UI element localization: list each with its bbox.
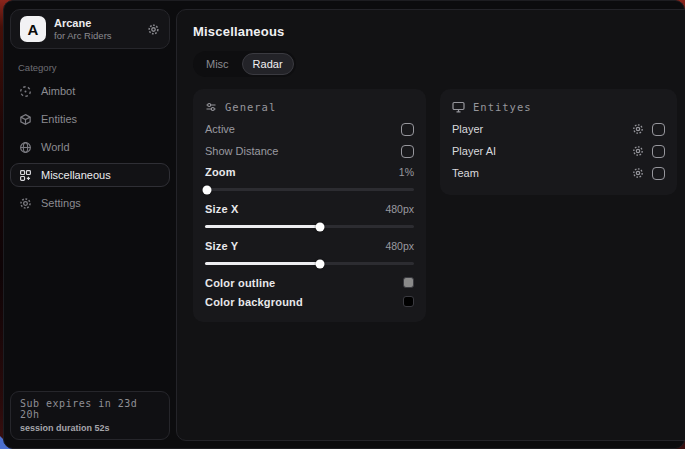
- profile-text: Arcane for Arc Riders: [54, 17, 112, 41]
- cube-icon: [19, 113, 32, 126]
- general-card-title: General: [225, 101, 276, 113]
- grid-icon: [19, 169, 32, 182]
- show-distance-checkbox[interactable]: [401, 145, 414, 158]
- sidebar-item-label: Miscellaneous: [41, 169, 111, 181]
- team-row: Team: [452, 162, 665, 184]
- gear-icon[interactable]: [632, 123, 644, 135]
- zoom-value: 1%: [399, 166, 414, 178]
- color-background-swatch[interactable]: [403, 296, 414, 307]
- size-y-slider-thumb[interactable]: [315, 259, 324, 268]
- entities-card-title: Entityes: [473, 101, 532, 113]
- zoom-slider-thumb[interactable]: [203, 185, 212, 194]
- show-distance-label: Show Distance: [205, 145, 278, 157]
- show-distance-row: Show Distance: [205, 140, 414, 162]
- color-outline-label: Color outline: [205, 277, 275, 289]
- category-label: Category: [18, 62, 170, 73]
- general-card-header: General: [205, 101, 414, 113]
- sidebar: A Arcane for Arc Riders Category Aimbot …: [4, 1, 176, 448]
- cards-row: General Active Show Distance Zoom 1%: [193, 89, 677, 322]
- sidebar-item-label: Aimbot: [41, 85, 75, 97]
- size-x-slider-group: Size X 480px: [205, 199, 414, 228]
- sidebar-item-label: Entities: [41, 113, 77, 125]
- sidebar-item-settings[interactable]: Settings: [10, 191, 170, 215]
- subscription-card: Sub expires in 23d 20h session duration …: [10, 391, 170, 440]
- sidebar-item-label: Settings: [41, 197, 81, 209]
- color-outline-row: Color outline: [205, 273, 414, 292]
- zoom-slider-group: Zoom 1%: [205, 162, 414, 191]
- player-ai-row: Player AI: [452, 140, 665, 162]
- app-window: A Arcane for Arc Riders Category Aimbot …: [3, 0, 685, 449]
- sidebar-item-label: World: [41, 141, 70, 153]
- active-row: Active: [205, 118, 414, 140]
- tab-misc[interactable]: Misc: [195, 53, 240, 75]
- team-label: Team: [452, 167, 479, 179]
- general-card: General Active Show Distance Zoom 1%: [193, 89, 426, 322]
- color-outline-swatch[interactable]: [403, 277, 414, 288]
- entities-card-header: Entityes: [452, 101, 665, 113]
- sidebar-item-aimbot[interactable]: Aimbot: [10, 79, 170, 103]
- zoom-label: Zoom: [205, 166, 236, 178]
- main-panel: Miscellaneous Misc Radar General Active: [176, 9, 685, 441]
- profile-card: A Arcane for Arc Riders: [10, 9, 170, 49]
- size-y-value: 480px: [385, 240, 414, 252]
- monitor-icon: [452, 101, 465, 113]
- sidebar-item-world[interactable]: World: [10, 135, 170, 159]
- globe-icon: [19, 141, 32, 154]
- size-x-value: 480px: [385, 203, 414, 215]
- sliders-icon: [205, 101, 217, 113]
- size-x-slider[interactable]: [205, 225, 414, 228]
- sub-expiry-text: Sub expires in 23d 20h: [20, 398, 160, 420]
- size-y-slider[interactable]: [205, 262, 414, 265]
- gear-icon[interactable]: [632, 145, 644, 157]
- crosshair-icon: [19, 85, 32, 98]
- player-row: Player: [452, 118, 665, 140]
- size-y-label: Size Y: [205, 240, 238, 252]
- gear-icon[interactable]: [147, 23, 160, 36]
- size-x-label: Size X: [205, 203, 239, 215]
- color-background-label: Color background: [205, 296, 303, 308]
- size-x-slider-thumb[interactable]: [315, 222, 324, 231]
- entities-card: Entityes Player Player AI: [440, 89, 677, 195]
- gear-icon[interactable]: [632, 167, 644, 179]
- sidebar-item-miscellaneous[interactable]: Miscellaneous: [10, 163, 170, 187]
- color-background-row: Color background: [205, 292, 414, 311]
- page-title: Miscellaneous: [193, 24, 677, 39]
- team-checkbox[interactable]: [652, 167, 665, 180]
- size-y-slider-group: Size Y 480px: [205, 236, 414, 265]
- app-subtitle: for Arc Riders: [54, 30, 112, 41]
- session-duration-text: session duration 52s: [20, 423, 160, 433]
- gear-icon: [19, 197, 32, 210]
- player-checkbox[interactable]: [652, 123, 665, 136]
- tab-bar: Misc Radar: [193, 51, 296, 77]
- zoom-slider[interactable]: [205, 188, 414, 191]
- app-logo: A: [20, 16, 46, 42]
- player-ai-label: Player AI: [452, 145, 496, 157]
- tab-radar[interactable]: Radar: [242, 53, 294, 75]
- active-label: Active: [205, 123, 235, 135]
- player-label: Player: [452, 123, 483, 135]
- app-name: Arcane: [54, 17, 112, 30]
- active-checkbox[interactable]: [401, 123, 414, 136]
- player-ai-checkbox[interactable]: [652, 145, 665, 158]
- sidebar-item-entities[interactable]: Entities: [10, 107, 170, 131]
